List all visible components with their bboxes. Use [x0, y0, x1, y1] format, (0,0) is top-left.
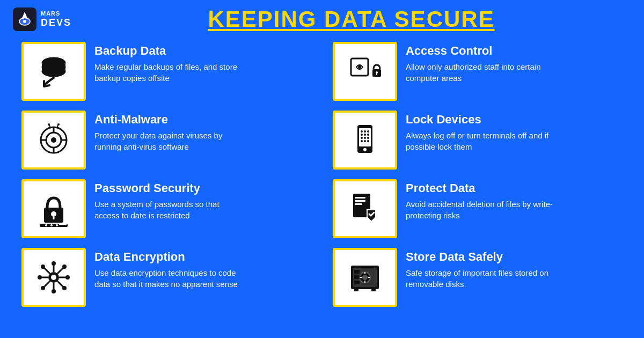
- malware-icon-box: [21, 111, 86, 170]
- svg-rect-80: [354, 288, 358, 291]
- backup-text: Backup Data Make regular backups of file…: [94, 42, 245, 84]
- password-title: Password Security: [94, 181, 245, 195]
- password-icon-box: [21, 179, 86, 238]
- access-desc: Allow only authorized staff into certain…: [406, 61, 556, 84]
- svg-point-58: [38, 275, 42, 280]
- lock-icon-box: [333, 111, 397, 170]
- protect-title: Protect Data: [406, 181, 556, 195]
- svg-rect-49: [355, 200, 365, 202]
- malware-icon: [34, 121, 73, 159]
- card-backup-data: Backup Data Make regular backups of file…: [21, 42, 311, 101]
- svg-point-38: [367, 140, 369, 142]
- logo-text: MARS DEVS: [41, 10, 71, 29]
- svg-point-62: [41, 264, 45, 269]
- svg-point-7: [42, 66, 65, 77]
- svg-point-56: [52, 289, 56, 293]
- safe-icon: [346, 258, 384, 297]
- svg-point-32: [367, 134, 369, 136]
- encryption-icon: [34, 258, 73, 297]
- lock-devices-icon: [346, 121, 384, 159]
- svg-point-26: [363, 148, 367, 151]
- svg-point-21: [48, 123, 50, 126]
- access-icon-box: [333, 42, 397, 101]
- svg-point-34: [364, 137, 366, 139]
- safe-title: Store Data Safely: [406, 250, 556, 264]
- safe-desc: Safe storage of important files stored o…: [406, 267, 556, 290]
- svg-point-31: [364, 134, 366, 136]
- access-title: Access Control: [406, 44, 556, 58]
- svg-line-65: [57, 268, 63, 274]
- backup-desc: Make regular backups of files, and store…: [94, 61, 245, 84]
- lock-title: Lock Devices: [406, 113, 556, 127]
- svg-rect-73: [354, 270, 360, 274]
- password-text: Password Security Use a system of passwo…: [94, 179, 245, 221]
- svg-point-27: [361, 130, 363, 133]
- lock-desc: Always log off or turn terminals off and…: [406, 130, 556, 152]
- svg-point-72: [362, 275, 368, 280]
- svg-point-37: [364, 140, 366, 142]
- card-protect-data: Protect Data Avoid accidental deletion o…: [333, 179, 623, 238]
- password-icon: [34, 189, 73, 228]
- svg-point-36: [361, 140, 363, 142]
- svg-point-45: [56, 224, 58, 226]
- svg-rect-75: [354, 281, 360, 284]
- svg-point-30: [361, 134, 363, 136]
- svg-point-68: [41, 286, 45, 290]
- protect-icon: [346, 189, 384, 228]
- safe-text: Store Data Safely Safe storage of import…: [406, 248, 556, 290]
- malware-title: Anti-Malware: [94, 113, 245, 127]
- svg-rect-50: [355, 203, 362, 205]
- svg-point-28: [364, 130, 366, 133]
- access-icon: [346, 52, 384, 91]
- svg-point-40: [51, 211, 56, 217]
- svg-point-33: [361, 137, 363, 139]
- svg-rect-81: [371, 288, 376, 291]
- malware-text: Anti-Malware Protect your data against v…: [94, 111, 245, 152]
- card-store-data-safely: Store Data Safely Safe storage of import…: [333, 248, 623, 307]
- encryption-text: Data Encryption Use data encryption tech…: [94, 248, 245, 290]
- encryption-title: Data Encryption: [94, 250, 245, 264]
- svg-point-54: [52, 261, 56, 266]
- svg-point-9: [358, 65, 361, 69]
- backup-icon-box: [21, 42, 86, 101]
- lock-text: Lock Devices Always log off or turn term…: [406, 111, 556, 152]
- card-data-encryption: Data Encryption Use data encryption tech…: [21, 248, 311, 307]
- logo-area: MARS DEVS: [13, 8, 71, 31]
- header: MARS DEVS KEEPING DATA SECURE: [0, 0, 644, 36]
- password-desc: Use a system of passwords so that access…: [94, 199, 245, 221]
- card-lock-devices: Lock Devices Always log off or turn term…: [333, 111, 623, 170]
- svg-point-15: [51, 137, 56, 143]
- svg-line-63: [57, 281, 63, 287]
- svg-point-44: [50, 224, 53, 226]
- encryption-icon-box: [21, 248, 86, 307]
- malware-desc: Protect your data against viruses by run…: [94, 130, 245, 152]
- svg-point-66: [62, 264, 67, 269]
- svg-point-43: [45, 224, 47, 226]
- svg-point-35: [367, 137, 369, 139]
- page-title: KEEPING DATA SECURE: [71, 6, 631, 32]
- protect-desc: Avoid accidental deletion of files by wr…: [406, 199, 556, 221]
- protect-icon-box: [333, 179, 397, 238]
- backup-icon: [34, 52, 73, 91]
- svg-line-67: [44, 281, 50, 287]
- card-password-security: Password Security Use a system of passwo…: [21, 179, 311, 238]
- svg-point-60: [65, 275, 70, 280]
- svg-point-2: [23, 20, 26, 23]
- access-text: Access Control Allow only authorized sta…: [406, 42, 556, 84]
- svg-point-29: [367, 130, 369, 133]
- logo-icon: [13, 8, 36, 31]
- backup-title: Backup Data: [94, 44, 245, 58]
- encryption-desc: Use data encryption techniques to code d…: [94, 267, 245, 290]
- svg-point-23: [57, 123, 60, 126]
- card-access-control: Access Control Allow only authorized sta…: [333, 42, 623, 101]
- svg-point-52: [51, 275, 56, 280]
- svg-point-11: [376, 71, 378, 74]
- safe-icon-box: [333, 248, 397, 307]
- card-anti-malware: Anti-Malware Protect your data against v…: [21, 111, 311, 170]
- protect-text: Protect Data Avoid accidental deletion o…: [406, 179, 556, 221]
- svg-rect-74: [354, 275, 360, 279]
- svg-point-64: [62, 286, 67, 290]
- content-grid: Backup Data Make regular backups of file…: [0, 36, 644, 312]
- svg-rect-48: [355, 197, 365, 199]
- svg-line-61: [44, 268, 50, 274]
